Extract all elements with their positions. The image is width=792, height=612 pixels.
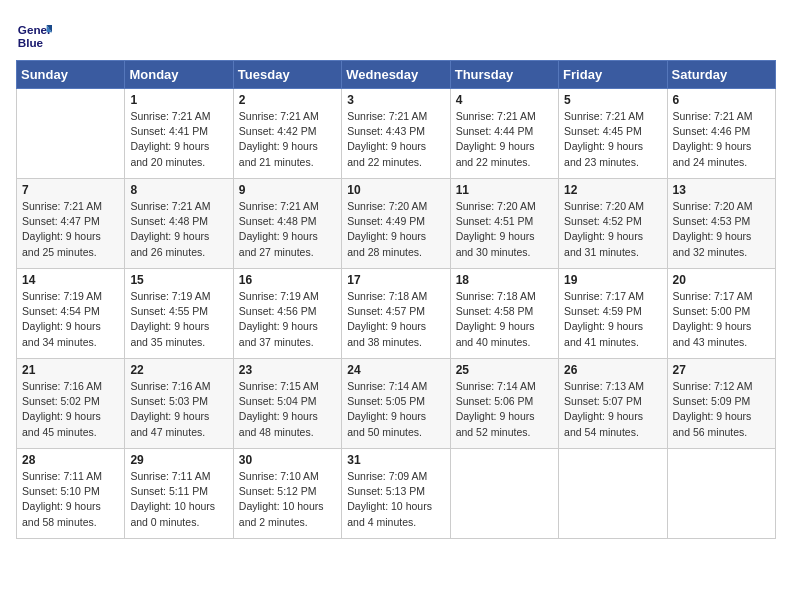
calendar-cell: 22Sunrise: 7:16 AMSunset: 5:03 PMDayligh… [125,359,233,449]
day-info: Sunrise: 7:15 AMSunset: 5:04 PMDaylight:… [239,379,336,440]
calendar-cell: 17Sunrise: 7:18 AMSunset: 4:57 PMDayligh… [342,269,450,359]
day-number: 16 [239,273,336,287]
calendar-cell: 26Sunrise: 7:13 AMSunset: 5:07 PMDayligh… [559,359,667,449]
calendar-cell: 23Sunrise: 7:15 AMSunset: 5:04 PMDayligh… [233,359,341,449]
day-info: Sunrise: 7:13 AMSunset: 5:07 PMDaylight:… [564,379,661,440]
day-info: Sunrise: 7:20 AMSunset: 4:49 PMDaylight:… [347,199,444,260]
day-number: 11 [456,183,553,197]
calendar-cell: 12Sunrise: 7:20 AMSunset: 4:52 PMDayligh… [559,179,667,269]
day-number: 28 [22,453,119,467]
day-info: Sunrise: 7:20 AMSunset: 4:51 PMDaylight:… [456,199,553,260]
day-number: 25 [456,363,553,377]
day-header-saturday: Saturday [667,61,775,89]
day-number: 2 [239,93,336,107]
calendar-cell: 27Sunrise: 7:12 AMSunset: 5:09 PMDayligh… [667,359,775,449]
day-number: 20 [673,273,770,287]
calendar-cell: 31Sunrise: 7:09 AMSunset: 5:13 PMDayligh… [342,449,450,539]
day-header-sunday: Sunday [17,61,125,89]
day-number: 13 [673,183,770,197]
calendar-cell: 13Sunrise: 7:20 AMSunset: 4:53 PMDayligh… [667,179,775,269]
day-number: 30 [239,453,336,467]
calendar-cell [667,449,775,539]
day-info: Sunrise: 7:20 AMSunset: 4:53 PMDaylight:… [673,199,770,260]
calendar-week-1: 7Sunrise: 7:21 AMSunset: 4:47 PMDaylight… [17,179,776,269]
calendar-cell: 1Sunrise: 7:21 AMSunset: 4:41 PMDaylight… [125,89,233,179]
calendar-cell: 11Sunrise: 7:20 AMSunset: 4:51 PMDayligh… [450,179,558,269]
calendar-cell: 6Sunrise: 7:21 AMSunset: 4:46 PMDaylight… [667,89,775,179]
day-header-monday: Monday [125,61,233,89]
day-number: 19 [564,273,661,287]
calendar-cell: 25Sunrise: 7:14 AMSunset: 5:06 PMDayligh… [450,359,558,449]
calendar-cell: 28Sunrise: 7:11 AMSunset: 5:10 PMDayligh… [17,449,125,539]
calendar-header: SundayMondayTuesdayWednesdayThursdayFrid… [17,61,776,89]
calendar-cell: 29Sunrise: 7:11 AMSunset: 5:11 PMDayligh… [125,449,233,539]
calendar-cell: 14Sunrise: 7:19 AMSunset: 4:54 PMDayligh… [17,269,125,359]
day-info: Sunrise: 7:19 AMSunset: 4:56 PMDaylight:… [239,289,336,350]
calendar-cell: 7Sunrise: 7:21 AMSunset: 4:47 PMDaylight… [17,179,125,269]
day-number: 10 [347,183,444,197]
day-info: Sunrise: 7:21 AMSunset: 4:47 PMDaylight:… [22,199,119,260]
day-number: 9 [239,183,336,197]
day-info: Sunrise: 7:10 AMSunset: 5:12 PMDaylight:… [239,469,336,530]
day-number: 1 [130,93,227,107]
calendar-week-4: 28Sunrise: 7:11 AMSunset: 5:10 PMDayligh… [17,449,776,539]
calendar-cell: 20Sunrise: 7:17 AMSunset: 5:00 PMDayligh… [667,269,775,359]
calendar-cell: 4Sunrise: 7:21 AMSunset: 4:44 PMDaylight… [450,89,558,179]
day-info: Sunrise: 7:11 AMSunset: 5:10 PMDaylight:… [22,469,119,530]
calendar-cell: 24Sunrise: 7:14 AMSunset: 5:05 PMDayligh… [342,359,450,449]
day-info: Sunrise: 7:16 AMSunset: 5:03 PMDaylight:… [130,379,227,440]
calendar-cell: 21Sunrise: 7:16 AMSunset: 5:02 PMDayligh… [17,359,125,449]
day-number: 21 [22,363,119,377]
calendar-week-3: 21Sunrise: 7:16 AMSunset: 5:02 PMDayligh… [17,359,776,449]
calendar-week-0: 1Sunrise: 7:21 AMSunset: 4:41 PMDaylight… [17,89,776,179]
day-number: 3 [347,93,444,107]
day-info: Sunrise: 7:18 AMSunset: 4:58 PMDaylight:… [456,289,553,350]
page-header: General Blue [16,16,776,52]
day-number: 6 [673,93,770,107]
day-info: Sunrise: 7:21 AMSunset: 4:41 PMDaylight:… [130,109,227,170]
calendar-cell: 18Sunrise: 7:18 AMSunset: 4:58 PMDayligh… [450,269,558,359]
day-number: 8 [130,183,227,197]
day-number: 7 [22,183,119,197]
calendar-cell: 10Sunrise: 7:20 AMSunset: 4:49 PMDayligh… [342,179,450,269]
day-number: 27 [673,363,770,377]
day-info: Sunrise: 7:09 AMSunset: 5:13 PMDaylight:… [347,469,444,530]
day-number: 26 [564,363,661,377]
day-info: Sunrise: 7:14 AMSunset: 5:05 PMDaylight:… [347,379,444,440]
calendar-cell: 9Sunrise: 7:21 AMSunset: 4:48 PMDaylight… [233,179,341,269]
day-header-tuesday: Tuesday [233,61,341,89]
day-number: 18 [456,273,553,287]
day-info: Sunrise: 7:16 AMSunset: 5:02 PMDaylight:… [22,379,119,440]
calendar-table: SundayMondayTuesdayWednesdayThursdayFrid… [16,60,776,539]
day-info: Sunrise: 7:20 AMSunset: 4:52 PMDaylight:… [564,199,661,260]
day-number: 24 [347,363,444,377]
calendar-cell: 19Sunrise: 7:17 AMSunset: 4:59 PMDayligh… [559,269,667,359]
day-info: Sunrise: 7:14 AMSunset: 5:06 PMDaylight:… [456,379,553,440]
day-info: Sunrise: 7:21 AMSunset: 4:48 PMDaylight:… [130,199,227,260]
day-number: 29 [130,453,227,467]
day-info: Sunrise: 7:18 AMSunset: 4:57 PMDaylight:… [347,289,444,350]
calendar-cell: 2Sunrise: 7:21 AMSunset: 4:42 PMDaylight… [233,89,341,179]
day-info: Sunrise: 7:19 AMSunset: 4:55 PMDaylight:… [130,289,227,350]
day-info: Sunrise: 7:21 AMSunset: 4:43 PMDaylight:… [347,109,444,170]
day-info: Sunrise: 7:12 AMSunset: 5:09 PMDaylight:… [673,379,770,440]
logo-icon: General Blue [16,16,52,52]
day-info: Sunrise: 7:11 AMSunset: 5:11 PMDaylight:… [130,469,227,530]
day-number: 17 [347,273,444,287]
day-number: 14 [22,273,119,287]
day-info: Sunrise: 7:21 AMSunset: 4:44 PMDaylight:… [456,109,553,170]
day-info: Sunrise: 7:21 AMSunset: 4:46 PMDaylight:… [673,109,770,170]
day-number: 31 [347,453,444,467]
calendar-cell: 30Sunrise: 7:10 AMSunset: 5:12 PMDayligh… [233,449,341,539]
day-number: 15 [130,273,227,287]
day-number: 23 [239,363,336,377]
calendar-cell: 5Sunrise: 7:21 AMSunset: 4:45 PMDaylight… [559,89,667,179]
day-number: 12 [564,183,661,197]
day-number: 4 [456,93,553,107]
calendar-cell [559,449,667,539]
day-info: Sunrise: 7:17 AMSunset: 4:59 PMDaylight:… [564,289,661,350]
day-number: 22 [130,363,227,377]
day-header-thursday: Thursday [450,61,558,89]
day-info: Sunrise: 7:21 AMSunset: 4:48 PMDaylight:… [239,199,336,260]
svg-text:Blue: Blue [18,36,44,49]
